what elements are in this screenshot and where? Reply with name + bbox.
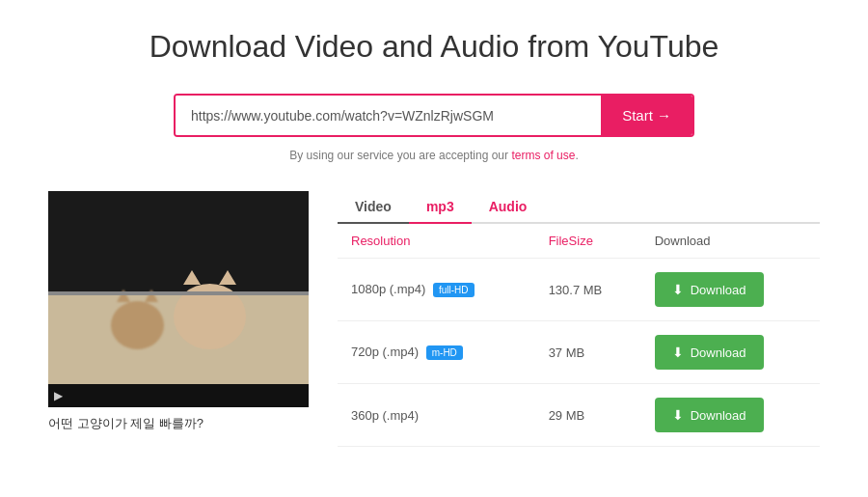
col-filesize: FileSize [535,224,641,259]
url-form: Start → [48,94,820,137]
play-icon: ▶ [54,389,63,402]
table-row: 720p (.mp4) m-HD 37 MB ⬇ Download [338,321,820,384]
download-cell-360p: ⬇ Download [641,384,820,447]
start-button[interactable]: Start → [601,96,692,135]
terms-prefix: By using our service you are accepting o… [289,149,511,162]
filesize-720p: 37 MB [535,321,641,384]
url-input[interactable] [176,96,601,135]
resolution-720p: 720p (.mp4) m-HD [338,321,535,384]
download-button-360p[interactable]: ⬇ Download [655,398,764,432]
download-cell-720p: ⬇ Download [641,321,820,384]
thumbnail-section: ▶ 어떤 고양이가 제일 빠를까? [48,191,309,432]
download-icon: ⬇ [672,407,684,423]
thumbnail-image [48,191,309,384]
page-title: Download Video and Audio from YouTube [48,29,820,65]
terms-text: By using our service you are accepting o… [48,149,820,162]
video-bottom-bar: ▶ [48,384,309,407]
download-cell-1080p: ⬇ Download [641,259,820,321]
filesize-1080p: 130.7 MB [535,259,641,321]
table-row: 360p (.mp4) 29 MB ⬇ Download [338,384,820,447]
resolution-1080p: 1080p (.mp4) full-HD [338,259,535,321]
badge-m-hd: m-HD [426,345,463,360]
badge-full-hd: full-HD [433,283,475,297]
download-icon: ⬇ [672,282,684,297]
col-resolution: Resolution [338,224,535,259]
start-button-label: Start → [622,107,671,124]
filesize-360p: 29 MB [535,384,641,447]
tabs: Video mp3 Audio [338,191,820,224]
download-table-section: Video mp3 Audio Resolution FileSize Down… [338,191,820,447]
table-row: 1080p (.mp4) full-HD 130.7 MB ⬇ Download [338,259,820,321]
page-wrapper: Download Video and Audio from YouTube St… [0,0,868,476]
download-icon: ⬇ [672,345,684,360]
tab-audio[interactable]: Audio [472,191,545,224]
thumbnail-overlay [48,191,309,384]
col-download: Download [641,224,820,259]
video-caption: 어떤 고양이가 제일 빠를까? [48,415,309,432]
content-area: ▶ 어떤 고양이가 제일 빠를까? Video mp3 Audio [48,191,820,447]
tab-mp3[interactable]: mp3 [409,191,472,224]
url-input-wrapper: Start → [174,94,694,137]
tab-video[interactable]: Video [338,191,409,224]
download-table: Resolution FileSize Download 1080p (.mp4… [338,224,820,447]
terms-link[interactable]: terms of use [511,149,575,162]
download-button-1080p[interactable]: ⬇ Download [655,272,764,307]
resolution-360p: 360p (.mp4) [338,384,535,447]
download-button-720p[interactable]: ⬇ Download [655,335,764,370]
